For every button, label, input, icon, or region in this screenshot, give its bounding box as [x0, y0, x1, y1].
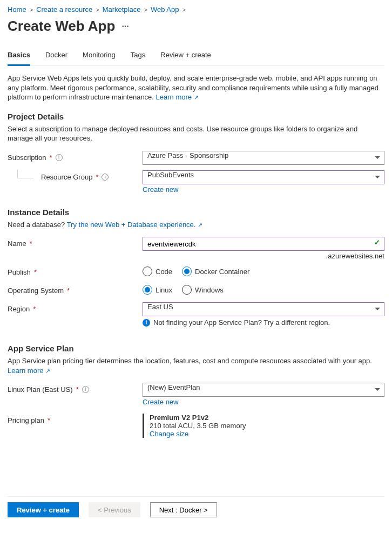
tabs: Basics Docker Monitoring Tags Review + c… — [8, 48, 384, 66]
os-windows-radio[interactable]: Windows — [182, 285, 224, 295]
required-marker: * — [50, 154, 52, 162]
app-service-plan-heading: App Service Plan — [8, 344, 384, 353]
required-marker: * — [30, 239, 32, 248]
tab-review-create[interactable]: Review + create — [160, 48, 211, 65]
instance-db-prompt: Need a database? Try the new Web + Datab… — [8, 220, 384, 230]
tab-tags[interactable]: Tags — [131, 48, 145, 65]
required-marker: * — [67, 287, 70, 295]
create-new-resource-group-link[interactable]: Create new — [143, 185, 178, 194]
intro-text: App Service Web Apps lets you quickly bu… — [8, 74, 384, 102]
info-icon[interactable]: i — [102, 174, 109, 181]
breadcrumb: Home > Create a resource > Marketplace >… — [8, 4, 384, 17]
linux-plan-label: Linux Plan (East US) — [8, 385, 73, 394]
app-service-plan-desc: App Service plan pricing tier determines… — [8, 356, 384, 375]
chevron-right-icon: > — [182, 6, 185, 13]
resource-group-label: Resource Group — [41, 173, 92, 181]
publish-code-radio[interactable]: Code — [143, 267, 172, 276]
breadcrumb-web-app[interactable]: Web App — [151, 5, 179, 14]
domain-suffix: .azurewebsites.net — [143, 252, 384, 260]
project-details-heading: Project Details — [8, 112, 384, 121]
pricing-specs: 210 total ACU, 3.5 GB memory — [150, 422, 384, 430]
chevron-right-icon: > — [144, 6, 147, 13]
info-icon[interactable]: i — [82, 386, 89, 393]
publish-label: Publish — [8, 268, 31, 276]
learn-more-link[interactable]: Learn more ↗ — [8, 367, 50, 375]
required-marker: * — [34, 268, 37, 276]
footer: Review + create < Previous Next : Docker… — [8, 496, 384, 524]
try-web-database-link[interactable]: Try the new Web + Database experience. ↗ — [67, 221, 202, 229]
pricing-plan-box: Premium V2 P1v2 210 total ACU, 3.5 GB me… — [143, 414, 384, 438]
required-marker: * — [76, 385, 79, 394]
tab-monitoring[interactable]: Monitoring — [83, 48, 116, 65]
linux-plan-select[interactable]: (New) EventPlan — [143, 383, 384, 397]
info-icon[interactable]: i — [56, 154, 63, 161]
external-link-icon: ↗ — [194, 94, 199, 101]
more-actions-icon[interactable]: ··· — [121, 22, 129, 31]
breadcrumb-create-resource[interactable]: Create a resource — [36, 5, 92, 14]
create-new-plan-link[interactable]: Create new — [143, 398, 178, 406]
indent-line — [17, 170, 33, 178]
publish-radio-group: Code Docker Container — [143, 267, 384, 276]
instance-details-heading: Instance Details — [8, 208, 384, 217]
chevron-right-icon: > — [96, 6, 99, 13]
name-label: Name — [8, 239, 26, 248]
learn-more-link[interactable]: Learn more ↗ — [156, 93, 199, 101]
breadcrumb-marketplace[interactable]: Marketplace — [103, 5, 141, 14]
os-radio-group: Linux Windows — [143, 285, 384, 295]
resource-group-select[interactable]: PubSubEvents — [143, 170, 384, 184]
change-size-link[interactable]: Change size — [150, 430, 188, 438]
os-label: Operating System — [8, 287, 64, 295]
breadcrumb-home[interactable]: Home — [8, 5, 26, 14]
region-select[interactable]: East US — [143, 302, 384, 316]
tab-basics[interactable]: Basics — [8, 48, 30, 66]
required-marker: * — [48, 416, 50, 424]
os-linux-radio[interactable]: Linux — [143, 285, 172, 295]
next-docker-button[interactable]: Next : Docker > — [150, 502, 217, 517]
previous-button: < Previous — [89, 502, 140, 517]
pricing-plan-label: Pricing plan — [8, 416, 44, 424]
region-label: Region — [8, 305, 30, 313]
chevron-right-icon: > — [30, 6, 33, 13]
page-title: Create Web App ··· — [8, 18, 384, 35]
tab-docker[interactable]: Docker — [45, 48, 67, 65]
required-marker: * — [33, 305, 36, 313]
required-marker: * — [96, 173, 98, 181]
info-icon: i — [143, 319, 150, 327]
external-link-icon: ↗ — [45, 368, 50, 374]
publish-docker-radio[interactable]: Docker Container — [182, 267, 249, 276]
pricing-tier-title: Premium V2 P1v2 — [150, 414, 384, 422]
name-input[interactable] — [143, 237, 384, 251]
external-link-icon: ↗ — [198, 222, 202, 228]
region-hint: i Not finding your App Service Plan? Try… — [143, 318, 384, 327]
subscription-select[interactable]: Azure Pass - Sponsorship — [143, 151, 384, 165]
review-create-button[interactable]: Review + create — [8, 502, 79, 517]
project-details-desc: Select a subscription to manage deployed… — [8, 124, 384, 143]
subscription-label: Subscription — [8, 154, 46, 162]
